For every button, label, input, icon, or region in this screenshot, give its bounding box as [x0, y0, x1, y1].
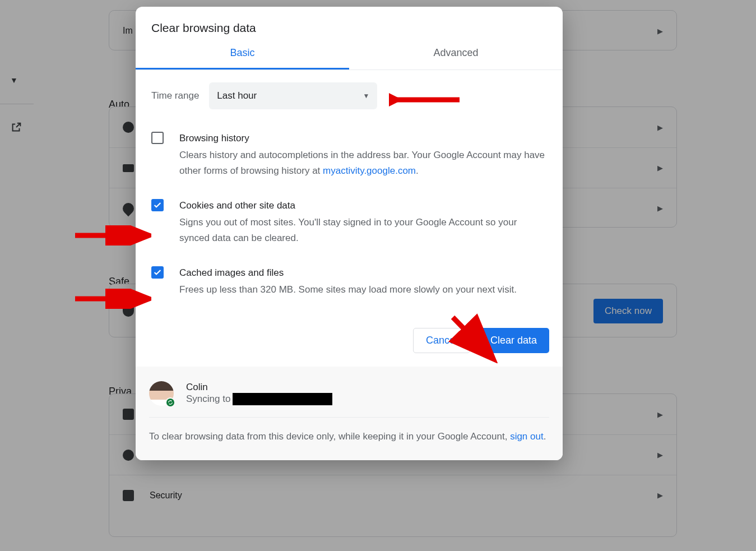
cookies-heading: Cookies and other site data — [179, 198, 549, 214]
dialog-body: Time range Last hour ▼ Browsing history … — [136, 70, 563, 317]
tab-basic[interactable]: Basic — [136, 47, 349, 70]
clear-browsing-data-dialog: Clear browsing data Basic Advanced Time … — [136, 7, 563, 460]
time-range-select[interactable]: Last hour ▼ — [209, 82, 377, 109]
cookies-desc: Signs you out of most sites. You'll stay… — [179, 217, 517, 243]
cancel-button[interactable]: Cancel — [413, 328, 470, 353]
tab-advanced[interactable]: Advanced — [349, 47, 563, 70]
history-heading: Browsing history — [179, 131, 549, 146]
cache-desc: Frees up less than 320 MB. Some sites ma… — [179, 284, 517, 295]
time-range-value: Last hour — [217, 90, 257, 101]
dialog-footer: Colin Syncing to To clear browsing data … — [136, 367, 563, 460]
checkbox-browsing-history[interactable] — [151, 132, 164, 144]
avatar-wrap — [149, 381, 174, 406]
sync-status: Syncing to — [186, 393, 332, 405]
dialog-tabs: Basic Advanced — [136, 47, 563, 70]
checkbox-cache[interactable] — [151, 266, 164, 279]
checkbox-cookies[interactable] — [151, 199, 164, 211]
dropdown-triangle-icon: ▼ — [363, 92, 369, 100]
myactivity-link[interactable]: myactivity.google.com — [323, 165, 416, 176]
dialog-title: Clear browsing data — [136, 7, 563, 47]
sync-user-name: Colin — [186, 382, 332, 393]
time-range-row: Time range Last hour ▼ — [151, 82, 549, 109]
footer-note: To clear browsing data from this device … — [149, 418, 549, 444]
sync-badge-icon — [165, 397, 175, 408]
redacted-email — [233, 393, 332, 405]
option-browsing-history: Browsing history Clears history and auto… — [151, 125, 549, 192]
dialog-actions: Cancel Clear data — [136, 317, 563, 367]
sign-out-link[interactable]: sign out — [510, 431, 544, 442]
option-cookies: Cookies and other site data Signs you ou… — [151, 192, 549, 260]
cache-heading: Cached images and files — [179, 265, 517, 281]
option-cache: Cached images and files Frees up less th… — [151, 260, 549, 311]
history-desc: Clears history and autocompletions in th… — [179, 150, 545, 176]
sync-info-row: Colin Syncing to — [149, 378, 549, 418]
clear-data-button[interactable]: Clear data — [478, 328, 549, 353]
time-range-label: Time range — [151, 90, 199, 101]
